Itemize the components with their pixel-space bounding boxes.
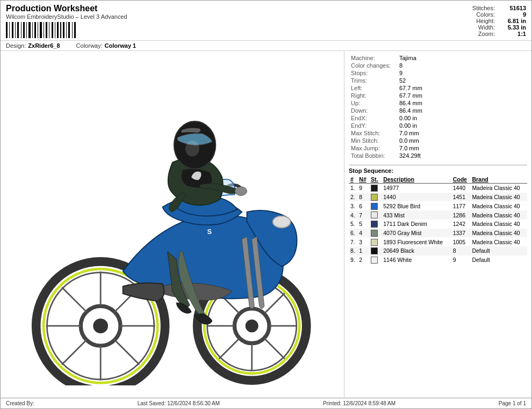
page-number: Page 1 of 1 xyxy=(499,400,526,406)
row-swatch xyxy=(369,193,382,202)
spec-label: Total Bobbin: xyxy=(349,152,397,159)
row-swatch xyxy=(369,201,382,210)
spec-label: Stops: xyxy=(349,69,397,77)
col-code: Code xyxy=(451,176,471,184)
divider xyxy=(349,165,527,165)
width-value: 5.33 in xyxy=(499,24,526,31)
design-value: ZxRider6_8 xyxy=(28,42,60,49)
zoom-value: 1:1 xyxy=(499,31,526,37)
row-swatch xyxy=(369,255,382,265)
svg-point-27 xyxy=(272,216,290,228)
spec-row: Stops: 9 xyxy=(349,69,527,77)
colors-label: Colors: xyxy=(476,11,495,18)
row-code: 1337 xyxy=(451,229,471,238)
row-order: 3 xyxy=(357,237,369,246)
row-swatch xyxy=(369,237,382,246)
row-code: 9 xyxy=(451,255,471,265)
row-description: 20649 Black xyxy=(382,246,451,255)
spec-row: Machine: Tajima xyxy=(349,54,527,62)
spec-value: 0.0 mm xyxy=(397,137,527,144)
spec-value: 86.4 mm xyxy=(397,107,527,114)
stop-sequence-title: Stop Sequence: xyxy=(349,167,527,174)
row-code: 1440 xyxy=(451,184,471,193)
design-item: Design: ZxRider6_8 xyxy=(6,42,60,49)
svg-point-17 xyxy=(245,319,258,332)
spec-label: Machine: xyxy=(349,54,397,62)
spec-value: 9 xyxy=(397,69,527,77)
row-brand: Default xyxy=(470,246,527,255)
design-label: Design: xyxy=(6,42,26,49)
row-order: 8 xyxy=(357,193,369,202)
specs-table: Machine: Tajima Color changes: 8 Stops: … xyxy=(349,54,527,159)
spec-label: Color changes: xyxy=(349,62,397,69)
row-num: 8. xyxy=(349,246,357,255)
row-description: 4070 Gray Mist xyxy=(382,229,451,238)
colors-value: 9 xyxy=(499,11,526,18)
spec-row: Max Jump: 7.0 mm xyxy=(349,144,527,152)
height-value: 6.81 in xyxy=(499,18,526,24)
spec-value: 52 xyxy=(397,77,527,84)
height-row: Height: 6.81 in xyxy=(476,18,526,24)
row-swatch xyxy=(369,220,382,229)
spec-value: 67.7 mm xyxy=(397,92,527,99)
row-order: 1 xyxy=(357,246,369,255)
barcode xyxy=(6,22,76,38)
stitches-label: Stitches: xyxy=(472,5,495,11)
spec-value: 7.0 mm xyxy=(397,129,527,137)
colors-row: Colors: 9 xyxy=(476,11,526,18)
col-st: St. xyxy=(369,176,382,184)
color-table-row: 3. 6 5292 Blue Bird 1177 Madeira Classic… xyxy=(349,201,527,210)
spec-label: Up: xyxy=(349,99,397,107)
spec-row: EndY: 0.00 in xyxy=(349,122,527,129)
color-table-row: 7. 3 1893 Fluorescent White 1005 Madeira… xyxy=(349,237,527,246)
svg-point-4 xyxy=(93,318,108,333)
row-description: 433 Mist xyxy=(382,210,451,220)
width-label: Width: xyxy=(478,24,495,31)
spec-label: EndY: xyxy=(349,122,397,129)
spec-value: 324.29ft xyxy=(397,152,527,159)
spec-row: EndX: 0.00 in xyxy=(349,114,527,122)
spec-row: Right: 67.7 mm xyxy=(349,92,527,99)
row-code: 1451 xyxy=(451,193,471,202)
row-description: 1893 Fluorescent White xyxy=(382,237,451,246)
spec-value: 7.0 mm xyxy=(397,144,527,152)
row-code: 1177 xyxy=(451,201,471,210)
row-order: 7 xyxy=(357,210,369,220)
last-saved: Last Saved: 12/6/2024 8:56:30 AM xyxy=(138,400,220,406)
row-num: 5. xyxy=(349,220,357,229)
right-panel: Machine: Tajima Color changes: 8 Stops: … xyxy=(344,51,531,398)
spec-label: EndX: xyxy=(349,114,397,122)
row-description: 1711 Dark Denim xyxy=(382,220,451,229)
row-brand: Madeira Classic 40 xyxy=(470,193,527,202)
spec-label: Right: xyxy=(349,92,397,99)
spec-value: Tajima xyxy=(397,54,527,62)
row-code: 1005 xyxy=(451,237,471,246)
col-num: # xyxy=(349,176,357,184)
row-swatch xyxy=(369,210,382,220)
spec-label: Left: xyxy=(349,84,397,92)
row-num: 6. xyxy=(349,229,357,238)
row-num: 4. xyxy=(349,210,357,220)
row-order: 9 xyxy=(357,184,369,193)
row-num: 1. xyxy=(349,184,357,193)
svg-text:S: S xyxy=(207,228,212,236)
row-order: 2 xyxy=(357,255,369,265)
spec-label: Trims: xyxy=(349,77,397,84)
col-brand: Brand xyxy=(470,176,527,184)
spec-row: Min Stitch: 0.0 mm xyxy=(349,137,527,144)
spec-label: Max Jump: xyxy=(349,144,397,152)
spec-label: Max Stitch: xyxy=(349,129,397,137)
spec-row: Left: 67.7 mm xyxy=(349,84,527,92)
embroidery-image: S xyxy=(11,63,334,385)
colorway-value: Colorway 1 xyxy=(105,42,136,49)
row-description: 1146 White xyxy=(382,255,451,265)
colorway-item: Colorway: Colorway 1 xyxy=(76,42,136,49)
page-container: Production Worksheet Wilcom EmbroiderySt… xyxy=(0,0,532,409)
row-brand: Default xyxy=(470,255,527,265)
row-swatch xyxy=(369,229,382,238)
row-description: 14977 xyxy=(382,184,451,193)
row-brand: Madeira Classic 40 xyxy=(470,237,527,246)
spec-row: Trims: 52 xyxy=(349,77,527,84)
height-label: Height: xyxy=(476,18,495,24)
width-row: Width: 5.33 in xyxy=(478,24,526,31)
